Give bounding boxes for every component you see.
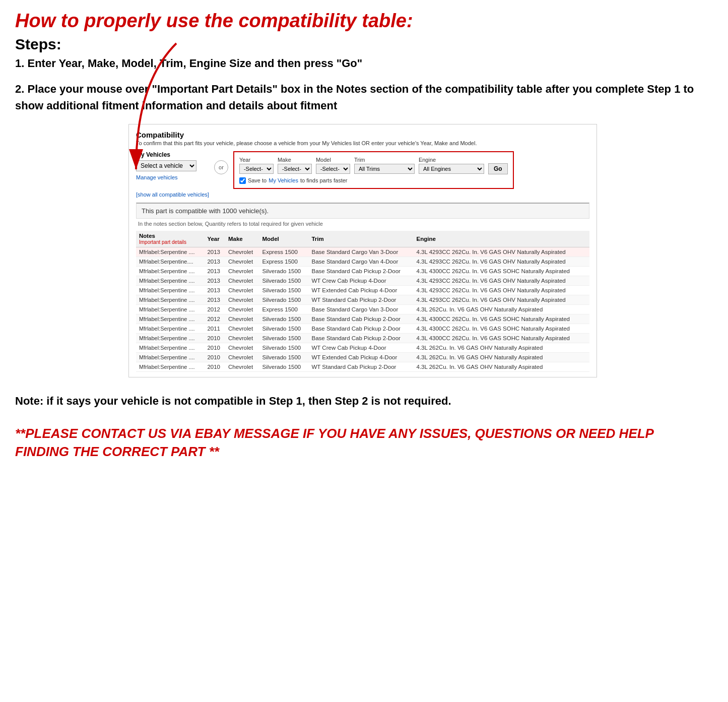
engine-field: Engine All Engines: [419, 157, 484, 174]
cell-engine: 4.3L 4300CC 262Cu. In. V6 GAS SOHC Natur…: [414, 266, 589, 276]
cell-model: Silverado 1500: [259, 285, 309, 295]
cell-year: 2013: [204, 276, 225, 285]
cell-notes: Mfrlabel:Serpentine ....: [136, 295, 204, 304]
cell-make: Chevrolet: [225, 362, 259, 371]
cell-year: 2010: [204, 333, 225, 343]
select-vehicle-dropdown[interactable]: Select a vehicle: [136, 160, 196, 171]
cell-year: 2012: [204, 314, 225, 324]
trim-label: Trim: [354, 157, 415, 163]
cell-trim: WT Extended Cab Pickup 4-Door: [308, 285, 413, 295]
year-select[interactable]: -Select-: [239, 164, 274, 174]
cell-notes: Mfrlabel:Serpentine ....: [136, 314, 204, 324]
trim-field: Trim All Trims: [354, 157, 415, 174]
cell-model: Silverado 1500: [259, 352, 309, 362]
cell-model: Express 1500: [259, 304, 309, 314]
cell-engine: 4.3L 4293CC 262Cu. In. V6 GAS OHV Natura…: [414, 285, 589, 295]
manage-vehicles-link[interactable]: Manage vehicles: [136, 174, 209, 180]
cell-trim: Base Standard Cargo Van 3-Door: [308, 304, 413, 314]
trim-select[interactable]: All Trims: [354, 164, 415, 174]
cell-model: Silverado 1500: [259, 266, 309, 276]
col-model: Model: [259, 231, 309, 247]
cell-model: Silverado 1500: [259, 295, 309, 304]
cell-engine: 4.3L 262Cu. In. V6 GAS OHV Naturally Asp…: [414, 352, 589, 362]
cell-make: Chevrolet: [225, 304, 259, 314]
table-row: Mfrlabel:Serpentine ....2010ChevroletSil…: [136, 352, 589, 362]
cell-trim: WT Crew Cab Pickup 4-Door: [308, 343, 413, 352]
step2-text: 2. Place your mouse over "Important Part…: [15, 81, 710, 114]
cell-trim: Base Standard Cab Pickup 2-Door: [308, 324, 413, 333]
cell-engine: 4.3L 4293CC 262Cu. In. V6 GAS OHV Natura…: [414, 257, 589, 266]
or-divider: or: [214, 160, 228, 174]
cell-trim: WT Crew Cab Pickup 4-Door: [308, 276, 413, 285]
cell-engine: 4.3L 4293CC 262Cu. In. V6 GAS OHV Natura…: [414, 247, 589, 257]
cell-make: Chevrolet: [225, 247, 259, 257]
cell-year: 2010: [204, 362, 225, 371]
cell-trim: Base Standard Cab Pickup 2-Door: [308, 266, 413, 276]
save-checkbox[interactable]: [239, 177, 246, 184]
cell-year: 2010: [204, 352, 225, 362]
cell-make: Chevrolet: [225, 266, 259, 276]
cell-notes: Mfrlabel:Serpentine ....: [136, 333, 204, 343]
cell-engine: 4.3L 4300CC 262Cu. In. V6 GAS SOHC Natur…: [414, 314, 589, 324]
cell-make: Chevrolet: [225, 285, 259, 295]
my-vehicles-label: My Vehicles: [136, 151, 209, 158]
table-row: Mfrlabel:Serpentine ....2013ChevroletSil…: [136, 285, 589, 295]
cell-make: Chevrolet: [225, 314, 259, 324]
cell-trim: WT Standard Cab Pickup 2-Door: [308, 295, 413, 304]
cell-notes: Mfrlabel:Serpentine ....: [136, 247, 204, 257]
cell-notes: Mfrlabel:Serpentine ....: [136, 304, 204, 314]
table-row: Mfrlabel:Serpentine ....2010ChevroletSil…: [136, 333, 589, 343]
cell-notes: Mfrlabel:Serpentine ....: [136, 362, 204, 371]
steps-heading: Steps:: [15, 36, 710, 53]
compat-title: Compatibility: [136, 131, 589, 139]
cell-trim: Base Standard Cab Pickup 2-Door: [308, 333, 413, 343]
note-text: Note: if it says your vehicle is not com…: [15, 393, 710, 409]
cell-trim: Base Standard Cargo Van 4-Door: [308, 257, 413, 266]
table-body: Mfrlabel:Serpentine ....2013ChevroletExp…: [136, 247, 589, 371]
show-compatible-link[interactable]: [show all compatible vehicles]: [136, 192, 209, 198]
cell-model: Silverado 1500: [259, 343, 309, 352]
cell-model: Silverado 1500: [259, 362, 309, 371]
compat-count-bar: This part is compatible with 1000 vehicl…: [136, 203, 589, 219]
cell-notes: Mfrlabel:Serpentine ....: [136, 343, 204, 352]
my-vehicles-link[interactable]: My Vehicles: [269, 177, 298, 183]
col-year: Year: [204, 231, 225, 247]
table-row: Mfrlabel:Serpentine ....2010ChevroletSil…: [136, 343, 589, 352]
table-row: Mfrlabel:Serpentine ....2013ChevroletSil…: [136, 276, 589, 285]
cell-model: Silverado 1500: [259, 276, 309, 285]
cell-model: Express 1500: [259, 257, 309, 266]
cell-make: Chevrolet: [225, 343, 259, 352]
engine-select[interactable]: All Engines: [419, 164, 484, 174]
save-label: Save to: [248, 177, 267, 183]
cell-year: 2012: [204, 304, 225, 314]
model-select[interactable]: -Select-: [316, 164, 350, 174]
cell-year: 2013: [204, 295, 225, 304]
cell-make: Chevrolet: [225, 276, 259, 285]
year-label: Year: [239, 157, 274, 163]
vehicle-filter-section: Year -Select- Make -Select-: [233, 151, 514, 189]
cell-trim: WT Standard Cab Pickup 2-Door: [308, 362, 413, 371]
col-engine: Engine: [414, 231, 589, 247]
step1-text: 1. Enter Year, Make, Model, Trim, Engine…: [15, 56, 710, 72]
make-field: Make -Select-: [278, 157, 312, 174]
table-row: Mfrlabel:Serpentine ....2010ChevroletSil…: [136, 362, 589, 371]
cell-make: Chevrolet: [225, 333, 259, 343]
cell-engine: 4.3L 262Cu. In. V6 GAS OHV Naturally Asp…: [414, 343, 589, 352]
cell-model: Silverado 1500: [259, 324, 309, 333]
cell-model: Silverado 1500: [259, 333, 309, 343]
cell-engine: 4.3L 4300CC 262Cu. In. V6 GAS SOHC Natur…: [414, 324, 589, 333]
cell-engine: 4.3L 4293CC 262Cu. In. V6 GAS OHV Natura…: [414, 295, 589, 304]
engine-label: Engine: [419, 157, 484, 163]
cell-year: 2011: [204, 324, 225, 333]
compatibility-table: Notes Important part details Year Make M…: [136, 231, 589, 372]
go-button[interactable]: Go: [488, 163, 508, 174]
cell-year: 2013: [204, 247, 225, 257]
quantity-note: In the notes section below, Quantity ref…: [136, 221, 589, 227]
col-make: Make: [225, 231, 259, 247]
make-select[interactable]: -Select-: [278, 164, 312, 174]
table-row: Mfrlabel:Serpentine ....2012ChevroletExp…: [136, 304, 589, 314]
cell-notes: Mfrlabel:Serpentine ....: [136, 352, 204, 362]
make-label: Make: [278, 157, 312, 163]
table-row: Mfrlabel:Serpentine....2013ChevroletExpr…: [136, 257, 589, 266]
compat-subtitle: To confirm that this part fits your vehi…: [136, 140, 589, 146]
